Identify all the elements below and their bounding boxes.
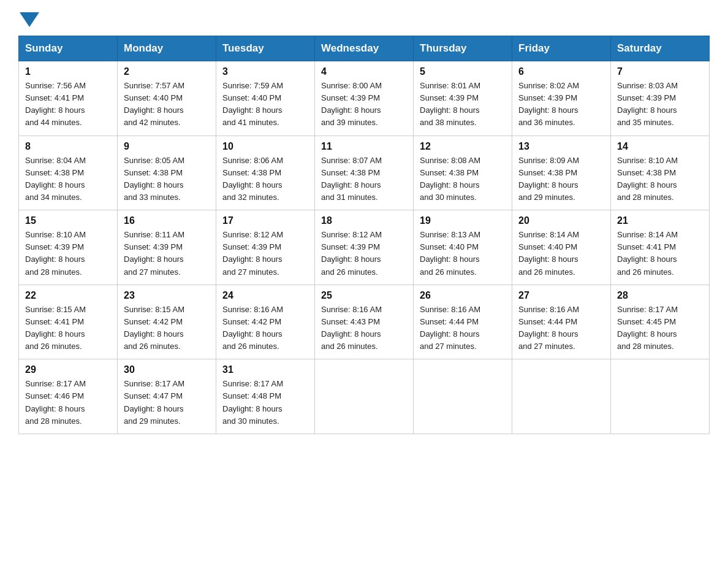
calendar-day-cell: 4Sunrise: 8:00 AMSunset: 4:39 PMDaylight… <box>315 61 414 136</box>
day-info: Sunrise: 8:15 AMSunset: 4:41 PMDaylight:… <box>25 304 111 353</box>
calendar-day-cell: 30Sunrise: 8:17 AMSunset: 4:47 PMDayligh… <box>118 359 216 434</box>
day-info: Sunrise: 8:11 AMSunset: 4:39 PMDaylight:… <box>124 229 210 278</box>
calendar-day-cell: 19Sunrise: 8:13 AMSunset: 4:40 PMDayligh… <box>414 210 512 285</box>
calendar-day-cell: 7Sunrise: 8:03 AMSunset: 4:39 PMDaylight… <box>611 61 710 136</box>
day-info: Sunrise: 8:16 AMSunset: 4:43 PMDaylight:… <box>321 304 407 353</box>
day-info: Sunrise: 7:56 AMSunset: 4:41 PMDaylight:… <box>25 80 111 129</box>
calendar-day-cell: 12Sunrise: 8:08 AMSunset: 4:38 PMDayligh… <box>414 136 512 210</box>
day-info: Sunrise: 8:12 AMSunset: 4:39 PMDaylight:… <box>321 229 407 278</box>
day-number: 13 <box>518 141 604 152</box>
calendar-day-cell: 28Sunrise: 8:17 AMSunset: 4:45 PMDayligh… <box>611 285 710 359</box>
day-info: Sunrise: 7:59 AMSunset: 4:40 PMDaylight:… <box>222 80 308 129</box>
weekday-header-friday: Friday <box>512 36 611 61</box>
day-info: Sunrise: 8:04 AMSunset: 4:38 PMDaylight:… <box>25 155 111 204</box>
calendar-week-row: 8Sunrise: 8:04 AMSunset: 4:38 PMDaylight… <box>19 136 710 210</box>
day-number: 23 <box>124 290 210 301</box>
calendar-day-cell: 22Sunrise: 8:15 AMSunset: 4:41 PMDayligh… <box>19 285 118 359</box>
day-number: 11 <box>321 141 407 152</box>
calendar-table: SundayMondayTuesdayWednesdayThursdayFrid… <box>18 36 710 434</box>
day-number: 15 <box>25 215 111 226</box>
calendar-day-cell: 25Sunrise: 8:16 AMSunset: 4:43 PMDayligh… <box>315 285 414 359</box>
day-info: Sunrise: 8:16 AMSunset: 4:44 PMDaylight:… <box>518 304 604 353</box>
calendar-day-cell: 3Sunrise: 7:59 AMSunset: 4:40 PMDaylight… <box>216 61 315 136</box>
weekday-header-thursday: Thursday <box>414 36 512 61</box>
day-number: 27 <box>518 290 604 301</box>
day-number: 4 <box>321 66 407 77</box>
weekday-header-wednesday: Wednesday <box>315 36 414 61</box>
day-info: Sunrise: 8:17 AMSunset: 4:47 PMDaylight:… <box>124 378 210 427</box>
calendar-day-cell: 21Sunrise: 8:14 AMSunset: 4:41 PMDayligh… <box>611 210 710 285</box>
day-info: Sunrise: 8:02 AMSunset: 4:39 PMDaylight:… <box>518 80 604 129</box>
day-info: Sunrise: 8:17 AMSunset: 4:48 PMDaylight:… <box>222 378 308 427</box>
calendar-week-row: 1Sunrise: 7:56 AMSunset: 4:41 PMDaylight… <box>19 61 710 136</box>
day-info: Sunrise: 8:08 AMSunset: 4:38 PMDaylight:… <box>420 155 506 204</box>
day-number: 9 <box>124 141 210 152</box>
day-info: Sunrise: 8:15 AMSunset: 4:42 PMDaylight:… <box>124 304 210 353</box>
day-info: Sunrise: 8:07 AMSunset: 4:38 PMDaylight:… <box>321 155 407 204</box>
day-number: 10 <box>222 141 308 152</box>
calendar-day-cell: 27Sunrise: 8:16 AMSunset: 4:44 PMDayligh… <box>512 285 611 359</box>
day-number: 30 <box>124 364 210 375</box>
day-info: Sunrise: 7:57 AMSunset: 4:40 PMDaylight:… <box>124 80 210 129</box>
day-info: Sunrise: 8:09 AMSunset: 4:38 PMDaylight:… <box>518 155 604 204</box>
calendar-day-cell: 15Sunrise: 8:10 AMSunset: 4:39 PMDayligh… <box>19 210 118 285</box>
calendar-day-cell: 11Sunrise: 8:07 AMSunset: 4:38 PMDayligh… <box>315 136 414 210</box>
day-info: Sunrise: 8:14 AMSunset: 4:41 PMDaylight:… <box>617 229 703 278</box>
day-number: 29 <box>25 364 111 375</box>
calendar-day-cell: 8Sunrise: 8:04 AMSunset: 4:38 PMDaylight… <box>19 136 118 210</box>
calendar-day-cell: 17Sunrise: 8:12 AMSunset: 4:39 PMDayligh… <box>216 210 315 285</box>
day-number: 8 <box>25 141 111 152</box>
calendar-day-cell: 2Sunrise: 7:57 AMSunset: 4:40 PMDaylight… <box>118 61 216 136</box>
weekday-header-monday: Monday <box>118 36 216 61</box>
day-info: Sunrise: 8:16 AMSunset: 4:42 PMDaylight:… <box>222 304 308 353</box>
day-info: Sunrise: 8:14 AMSunset: 4:40 PMDaylight:… <box>518 229 604 278</box>
calendar-day-cell: 26Sunrise: 8:16 AMSunset: 4:44 PMDayligh… <box>414 285 512 359</box>
calendar-day-cell <box>611 359 710 434</box>
day-number: 26 <box>420 290 506 301</box>
calendar-day-cell: 10Sunrise: 8:06 AMSunset: 4:38 PMDayligh… <box>216 136 315 210</box>
day-info: Sunrise: 8:06 AMSunset: 4:38 PMDaylight:… <box>222 155 308 204</box>
day-number: 24 <box>222 290 308 301</box>
calendar-week-row: 29Sunrise: 8:17 AMSunset: 4:46 PMDayligh… <box>19 359 710 434</box>
day-info: Sunrise: 8:17 AMSunset: 4:46 PMDaylight:… <box>25 378 111 427</box>
calendar-day-cell: 24Sunrise: 8:16 AMSunset: 4:42 PMDayligh… <box>216 285 315 359</box>
day-number: 16 <box>124 215 210 226</box>
weekday-header-saturday: Saturday <box>611 36 710 61</box>
calendar-day-cell <box>315 359 414 434</box>
day-number: 18 <box>321 215 407 226</box>
calendar-week-row: 15Sunrise: 8:10 AMSunset: 4:39 PMDayligh… <box>19 210 710 285</box>
day-number: 31 <box>222 364 308 375</box>
day-number: 22 <box>25 290 111 301</box>
calendar-day-cell <box>512 359 611 434</box>
day-number: 6 <box>518 66 604 77</box>
day-info: Sunrise: 8:12 AMSunset: 4:39 PMDaylight:… <box>222 229 308 278</box>
day-number: 19 <box>420 215 506 226</box>
calendar-day-cell: 23Sunrise: 8:15 AMSunset: 4:42 PMDayligh… <box>118 285 216 359</box>
logo <box>18 12 40 25</box>
weekday-header-sunday: Sunday <box>19 36 118 61</box>
calendar-day-cell: 5Sunrise: 8:01 AMSunset: 4:39 PMDaylight… <box>414 61 512 136</box>
calendar-day-cell <box>414 359 512 434</box>
day-info: Sunrise: 8:03 AMSunset: 4:39 PMDaylight:… <box>617 80 703 129</box>
calendar-day-cell: 31Sunrise: 8:17 AMSunset: 4:48 PMDayligh… <box>216 359 315 434</box>
day-info: Sunrise: 8:13 AMSunset: 4:40 PMDaylight:… <box>420 229 506 278</box>
calendar-day-cell: 18Sunrise: 8:12 AMSunset: 4:39 PMDayligh… <box>315 210 414 285</box>
day-number: 2 <box>124 66 210 77</box>
day-number: 7 <box>617 66 703 77</box>
day-number: 12 <box>420 141 506 152</box>
calendar-day-cell: 1Sunrise: 7:56 AMSunset: 4:41 PMDaylight… <box>19 61 118 136</box>
calendar-day-cell: 20Sunrise: 8:14 AMSunset: 4:40 PMDayligh… <box>512 210 611 285</box>
calendar-day-cell: 6Sunrise: 8:02 AMSunset: 4:39 PMDaylight… <box>512 61 611 136</box>
day-number: 21 <box>617 215 703 226</box>
day-info: Sunrise: 8:05 AMSunset: 4:38 PMDaylight:… <box>124 155 210 204</box>
calendar-day-cell: 9Sunrise: 8:05 AMSunset: 4:38 PMDaylight… <box>118 136 216 210</box>
day-info: Sunrise: 8:10 AMSunset: 4:39 PMDaylight:… <box>25 229 111 278</box>
day-number: 20 <box>518 215 604 226</box>
weekday-header-tuesday: Tuesday <box>216 36 315 61</box>
day-info: Sunrise: 8:17 AMSunset: 4:45 PMDaylight:… <box>617 304 703 353</box>
calendar-week-row: 22Sunrise: 8:15 AMSunset: 4:41 PMDayligh… <box>19 285 710 359</box>
calendar-day-cell: 16Sunrise: 8:11 AMSunset: 4:39 PMDayligh… <box>118 210 216 285</box>
calendar-day-cell: 13Sunrise: 8:09 AMSunset: 4:38 PMDayligh… <box>512 136 611 210</box>
day-number: 14 <box>617 141 703 152</box>
logo-triangle-icon <box>20 12 39 27</box>
